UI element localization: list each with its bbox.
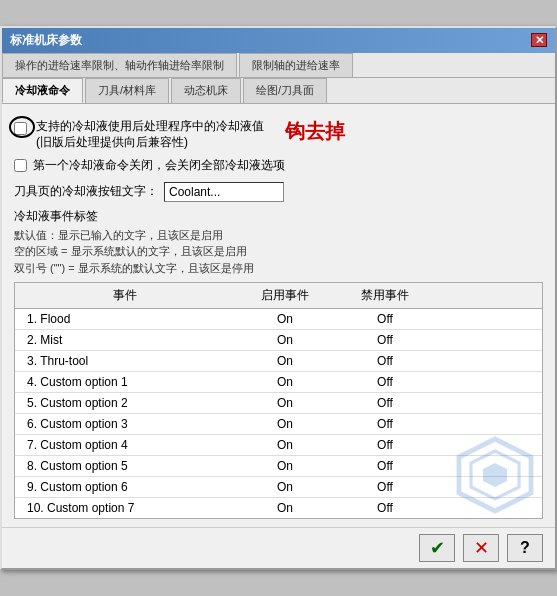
table-row: 7. Custom option 4 On Off bbox=[15, 435, 542, 456]
top-tab-bar: 操作的进给速率限制、轴动作轴进给率限制 限制轴的进给速率 bbox=[2, 53, 555, 78]
close-button[interactable]: ✕ bbox=[531, 33, 547, 47]
table-cell-off: Off bbox=[335, 372, 435, 392]
table-rows: 1. Flood On Off 2. Mist On Off 3. Thru-t… bbox=[15, 309, 542, 518]
table-cell-off: Off bbox=[335, 498, 435, 518]
table-row: 2. Mist On Off bbox=[15, 330, 542, 351]
tab-feed-limit[interactable]: 操作的进给速率限制、轴动作轴进给率限制 bbox=[2, 53, 237, 77]
table-cell-off: Off bbox=[335, 393, 435, 413]
table-cell-name: 2. Mist bbox=[15, 330, 235, 350]
note-2: 空的区域 = 显示系统默认的文字，且该区是启用 bbox=[14, 245, 247, 257]
tab-tool-library[interactable]: 刀具/材料库 bbox=[85, 78, 169, 103]
table-header: 事件 启用事件 禁用事件 bbox=[15, 283, 542, 309]
col-enable: 启用事件 bbox=[235, 285, 335, 306]
table-cell-name: 7. Custom option 4 bbox=[15, 435, 235, 455]
table-cell-on: On bbox=[235, 351, 335, 371]
coolant-button-input[interactable] bbox=[164, 182, 284, 202]
table-cell-name: 1. Flood bbox=[15, 309, 235, 329]
table-cell-on: On bbox=[235, 435, 335, 455]
coolant-button-label: 刀具页的冷却液按钮文字： bbox=[14, 183, 158, 200]
note-3: 双引号 ("") = 显示系统的默认文字，且该区是停用 bbox=[14, 262, 254, 274]
checkbox1-row: 支持的冷却液使用后处理程序中的冷却液值(旧版后处理提供向后兼容性) 钩去掉 bbox=[14, 118, 543, 152]
table-cell-off: Off bbox=[335, 330, 435, 350]
table-cell-name: 5. Custom option 2 bbox=[15, 393, 235, 413]
table-cell-name: 6. Custom option 3 bbox=[15, 414, 235, 434]
checkbox1-wrapper bbox=[14, 120, 30, 136]
red-annotation: 钩去掉 bbox=[285, 118, 345, 145]
table-row: 5. Custom option 2 On Off bbox=[15, 393, 542, 414]
tab-axis-feed[interactable]: 限制轴的进给速率 bbox=[239, 53, 353, 77]
table-cell-on: On bbox=[235, 477, 335, 497]
main-window: 标准机床参数 ✕ 操作的进给速率限制、轴动作轴进给率限制 限制轴的进给速率 冷却… bbox=[0, 26, 557, 571]
table-cell-off: Off bbox=[335, 309, 435, 329]
help-button[interactable]: ? bbox=[507, 534, 543, 562]
table-cell-on: On bbox=[235, 498, 335, 518]
table-cell-name: 8. Custom option 5 bbox=[15, 456, 235, 476]
content-area: 支持的冷却液使用后处理程序中的冷却液值(旧版后处理提供向后兼容性) 钩去掉 第一… bbox=[2, 104, 555, 528]
table-cell-off: Off bbox=[335, 351, 435, 371]
table-cell-on: On bbox=[235, 456, 335, 476]
table-row: 1. Flood On Off bbox=[15, 309, 542, 330]
col-disable: 禁用事件 bbox=[335, 285, 435, 306]
table-cell-name: 4. Custom option 1 bbox=[15, 372, 235, 392]
section-label: 冷却液事件标签 bbox=[14, 208, 543, 225]
table-row: 6. Custom option 3 On Off bbox=[15, 414, 542, 435]
ok-button[interactable]: ✔ bbox=[419, 534, 455, 562]
checkbox2-label: 第一个冷却液命令关闭，会关闭全部冷却液选项 bbox=[33, 157, 285, 174]
table-cell-on: On bbox=[235, 309, 335, 329]
table-cell-on: On bbox=[235, 330, 335, 350]
events-table: 事件 启用事件 禁用事件 1. Flood On Off 2. Mist On … bbox=[14, 282, 543, 519]
tab-drawing[interactable]: 绘图/刀具面 bbox=[243, 78, 327, 103]
cancel-button[interactable]: ✕ bbox=[463, 534, 499, 562]
table-cell-name: 3. Thru-tool bbox=[15, 351, 235, 371]
bottom-tab-bar: 冷却液命令 刀具/材料库 动态机床 绘图/刀具面 bbox=[2, 78, 555, 104]
coolant-button-row: 刀具页的冷却液按钮文字： bbox=[14, 182, 543, 202]
table-cell-name: 9. Custom option 6 bbox=[15, 477, 235, 497]
checkbox1-input[interactable] bbox=[14, 122, 27, 135]
tab-coolant[interactable]: 冷却液命令 bbox=[2, 78, 83, 103]
checkbox1-label: 支持的冷却液使用后处理程序中的冷却液值(旧版后处理提供向后兼容性) bbox=[36, 118, 264, 152]
table-cell-name: 10. Custom option 7 bbox=[15, 498, 235, 518]
checkbox2-row: 第一个冷却液命令关闭，会关闭全部冷却液选项 bbox=[14, 157, 543, 174]
table-row: 9. Custom option 6 On Off bbox=[15, 477, 542, 498]
window-title: 标准机床参数 bbox=[10, 32, 82, 49]
table-cell-on: On bbox=[235, 414, 335, 434]
table-row: 8. Custom option 5 On Off bbox=[15, 456, 542, 477]
table-cell-on: On bbox=[235, 372, 335, 392]
table-row: 3. Thru-tool On Off bbox=[15, 351, 542, 372]
note-1: 默认值：显示已输入的文字，且该区是启用 bbox=[14, 229, 223, 241]
title-bar: 标准机床参数 ✕ bbox=[2, 28, 555, 53]
table-cell-off: Off bbox=[335, 435, 435, 455]
table-cell-off: Off bbox=[335, 414, 435, 434]
table-cell-off: Off bbox=[335, 477, 435, 497]
tab-dynamic-machine[interactable]: 动态机床 bbox=[171, 78, 241, 103]
table-row: 4. Custom option 1 On Off bbox=[15, 372, 542, 393]
checkbox2-input[interactable] bbox=[14, 159, 27, 172]
notes: 默认值：显示已输入的文字，且该区是启用 空的区域 = 显示系统默认的文字，且该区… bbox=[14, 227, 543, 277]
col-event: 事件 bbox=[15, 285, 235, 306]
table-cell-on: On bbox=[235, 393, 335, 413]
footer: ✔ ✕ ? bbox=[2, 527, 555, 568]
table-row: 10. Custom option 7 On Off bbox=[15, 498, 542, 518]
table-cell-off: Off bbox=[335, 456, 435, 476]
